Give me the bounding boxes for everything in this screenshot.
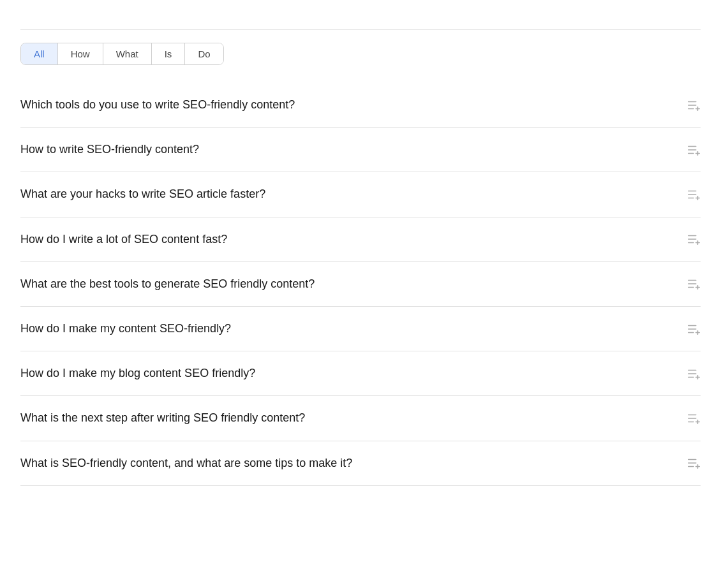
main-content: Which tools do you use to write SEO-frie… <box>20 83 701 486</box>
header-row <box>20 18 701 30</box>
question-row[interactable]: How do I make my content SEO-friendly? <box>20 307 701 351</box>
page-container: AllHowWhatIsDo Which tools do you use to… <box>0 0 721 486</box>
question-row[interactable]: How do I write a lot of SEO content fast… <box>20 217 701 262</box>
add-to-list-icon[interactable] <box>687 456 701 470</box>
question-text: What is the next step after writing SEO … <box>20 410 676 426</box>
question-text: What is SEO-friendly content, and what a… <box>20 455 676 471</box>
add-to-list-icon[interactable] <box>687 367 701 381</box>
question-row[interactable]: What are the best tools to generate SEO … <box>20 262 701 307</box>
question-text: How to write SEO-friendly content? <box>20 142 676 158</box>
filter-tab-what[interactable]: What <box>103 43 152 64</box>
question-row[interactable]: What is the next step after writing SEO … <box>20 396 701 441</box>
add-to-list-icon[interactable] <box>687 322 701 336</box>
filter-tab-is[interactable]: Is <box>152 43 186 64</box>
add-to-list-icon[interactable] <box>687 187 701 202</box>
question-text: What are your hacks to write SEO article… <box>20 186 676 202</box>
filter-tab-do[interactable]: Do <box>185 43 223 64</box>
question-text: How do I make my content SEO-friendly? <box>20 321 676 337</box>
question-row[interactable]: How do I make my blog content SEO friend… <box>20 351 701 396</box>
add-to-list-icon[interactable] <box>687 411 701 425</box>
filter-tabs: AllHowWhatIsDo <box>20 43 224 65</box>
filter-tab-all[interactable]: All <box>21 43 58 64</box>
question-text: Which tools do you use to write SEO-frie… <box>20 97 676 113</box>
add-to-list-icon[interactable] <box>687 143 701 157</box>
question-text: How do I make my blog content SEO friend… <box>20 365 676 381</box>
question-text: How do I write a lot of SEO content fast… <box>20 232 676 247</box>
add-to-list-icon[interactable] <box>687 277 701 291</box>
question-row[interactable]: What is SEO-friendly content, and what a… <box>20 441 701 486</box>
question-row[interactable]: How to write SEO-friendly content? <box>20 128 701 172</box>
add-to-list-icon[interactable] <box>687 232 701 246</box>
filter-tab-how[interactable]: How <box>58 43 103 64</box>
questions-list: Which tools do you use to write SEO-frie… <box>20 83 701 486</box>
add-to-list-icon[interactable] <box>687 98 701 112</box>
question-row[interactable]: What are your hacks to write SEO article… <box>20 172 701 217</box>
question-row[interactable]: Which tools do you use to write SEO-frie… <box>20 83 701 128</box>
question-text: What are the best tools to generate SEO … <box>20 276 676 292</box>
